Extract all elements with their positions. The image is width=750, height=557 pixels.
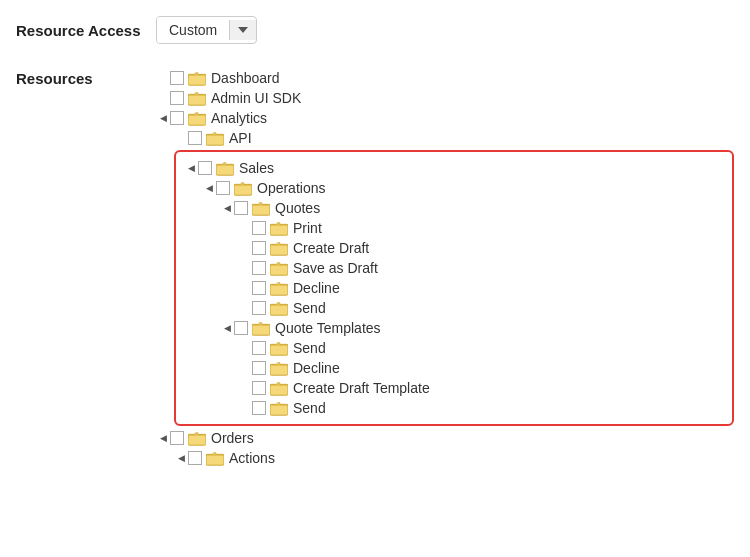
- checkbox-quotes[interactable]: [234, 201, 248, 215]
- label-create-draft: Create Draft: [293, 240, 369, 256]
- resources-label: Resources: [16, 68, 156, 87]
- label-orders: Orders: [211, 430, 254, 446]
- expand-icon-analytics[interactable]: ◀: [156, 111, 170, 125]
- tree-row-orders: ◀ Orders: [156, 428, 734, 448]
- checkbox-dashboard[interactable]: [170, 71, 184, 85]
- expand-icon-orders[interactable]: ◀: [156, 431, 170, 445]
- expand-icon-actions[interactable]: ◀: [174, 451, 188, 465]
- dropdown-value[interactable]: Custom: [157, 17, 229, 43]
- tree-row-actions: ◀ Actions: [174, 448, 734, 468]
- dropdown-arrow-button[interactable]: [229, 20, 256, 40]
- label-actions: Actions: [229, 450, 275, 466]
- checkbox-qt-send[interactable]: [252, 341, 266, 355]
- svg-rect-8: [270, 244, 288, 255]
- checkbox-qt-decline[interactable]: [252, 361, 266, 375]
- top-tree-nodes: Dashboard Admin UI SDK◀ Analytics API: [156, 68, 734, 148]
- label-operations: Operations: [257, 180, 325, 196]
- tree-row-dashboard: Dashboard: [156, 68, 734, 88]
- resources-section: Resources Dashboard Admin UI SDK◀ Analyt…: [16, 68, 734, 468]
- svg-rect-3: [206, 134, 224, 145]
- chevron-down-icon: [238, 25, 248, 35]
- svg-rect-6: [252, 204, 270, 215]
- checkbox-create-draft-template[interactable]: [252, 381, 266, 395]
- svg-rect-17: [188, 434, 206, 445]
- tree-row-send: Send: [238, 298, 724, 318]
- tree-row-api: API: [174, 128, 734, 148]
- label-send: Send: [293, 300, 326, 316]
- tree-row-quote-templates: ◀ Quote Templates: [220, 318, 724, 338]
- svg-rect-14: [270, 364, 288, 375]
- tree-row-create-draft-template: Create Draft Template: [238, 378, 724, 398]
- checkbox-sales[interactable]: [198, 161, 212, 175]
- checkbox-send[interactable]: [252, 301, 266, 315]
- expand-icon-operations[interactable]: ◀: [202, 181, 216, 195]
- tree-row-sales: ◀ Sales: [184, 158, 724, 178]
- checkbox-qt-send2[interactable]: [252, 401, 266, 415]
- label-qt-send2: Send: [293, 400, 326, 416]
- label-api: API: [229, 130, 252, 146]
- checkbox-print[interactable]: [252, 221, 266, 235]
- svg-rect-10: [270, 284, 288, 295]
- checkbox-decline[interactable]: [252, 281, 266, 295]
- checkbox-save-as-draft[interactable]: [252, 261, 266, 275]
- svg-rect-16: [270, 404, 288, 415]
- svg-rect-2: [188, 114, 206, 125]
- tree-row-print: Print: [238, 218, 724, 238]
- svg-rect-4: [216, 164, 234, 175]
- svg-rect-0: [188, 74, 206, 85]
- label-qt-send: Send: [293, 340, 326, 356]
- tree-row-qt-send2: Send: [238, 398, 724, 418]
- tree-row-qt-send: Send: [238, 338, 724, 358]
- label-decline: Decline: [293, 280, 340, 296]
- tree-row-analytics: ◀ Analytics: [156, 108, 734, 128]
- expand-icon-quotes[interactable]: ◀: [220, 201, 234, 215]
- checkbox-quote-templates[interactable]: [234, 321, 248, 335]
- svg-rect-18: [206, 454, 224, 465]
- label-dashboard: Dashboard: [211, 70, 280, 86]
- checkbox-operations[interactable]: [216, 181, 230, 195]
- svg-rect-1: [188, 94, 206, 105]
- label-quote-templates: Quote Templates: [275, 320, 381, 336]
- tree-row-create-draft: Create Draft: [238, 238, 724, 258]
- highlighted-tree-nodes: ◀ Sales◀ Operations◀ Quotes Print Create…: [184, 158, 724, 418]
- tree-row-decline: Decline: [238, 278, 724, 298]
- tree-row-quotes: ◀ Quotes: [220, 198, 724, 218]
- tree-row-operations: ◀ Operations: [202, 178, 724, 198]
- svg-rect-13: [270, 344, 288, 355]
- label-admin-ui-sdk: Admin UI SDK: [211, 90, 301, 106]
- expand-icon-quote-templates[interactable]: ◀: [220, 321, 234, 335]
- checkbox-admin-ui-sdk[interactable]: [170, 91, 184, 105]
- label-create-draft-template: Create Draft Template: [293, 380, 430, 396]
- svg-rect-5: [234, 184, 252, 195]
- label-analytics: Analytics: [211, 110, 267, 126]
- expand-icon-sales[interactable]: ◀: [184, 161, 198, 175]
- resource-access-label: Resource Access: [16, 22, 156, 39]
- label-sales: Sales: [239, 160, 274, 176]
- resource-tree: Dashboard Admin UI SDK◀ Analytics API ◀ …: [156, 68, 734, 468]
- label-quotes: Quotes: [275, 200, 320, 216]
- svg-rect-11: [270, 304, 288, 315]
- label-save-as-draft: Save as Draft: [293, 260, 378, 276]
- svg-rect-15: [270, 384, 288, 395]
- checkbox-orders[interactable]: [170, 431, 184, 445]
- tree-row-admin-ui-sdk: Admin UI SDK: [156, 88, 734, 108]
- resource-access-dropdown[interactable]: Custom: [156, 16, 257, 44]
- tree-row-qt-decline: Decline: [238, 358, 724, 378]
- checkbox-analytics[interactable]: [170, 111, 184, 125]
- bottom-tree-nodes: ◀ Orders◀ Actions: [156, 428, 734, 468]
- svg-rect-7: [270, 224, 288, 235]
- label-print: Print: [293, 220, 322, 236]
- checkbox-api[interactable]: [188, 131, 202, 145]
- checkbox-actions[interactable]: [188, 451, 202, 465]
- svg-rect-9: [270, 264, 288, 275]
- highlighted-section: ◀ Sales◀ Operations◀ Quotes Print Create…: [174, 150, 734, 426]
- svg-rect-12: [252, 324, 270, 335]
- label-qt-decline: Decline: [293, 360, 340, 376]
- header-row: Resource Access Custom: [16, 16, 734, 44]
- checkbox-create-draft[interactable]: [252, 241, 266, 255]
- tree-row-save-as-draft: Save as Draft: [238, 258, 724, 278]
